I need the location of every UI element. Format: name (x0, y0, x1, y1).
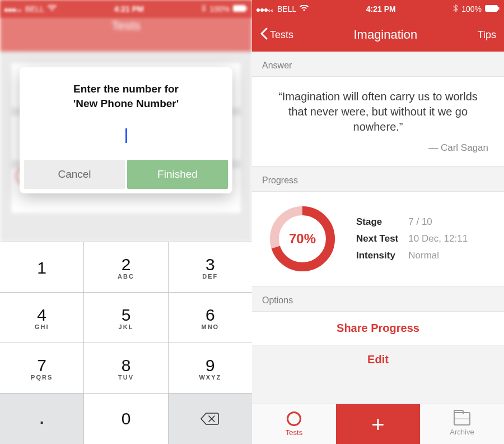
keypad-num: 3 (206, 255, 215, 274)
keypad-7[interactable]: 7 PQRS (0, 343, 84, 394)
tab-tests[interactable]: Tests (252, 404, 336, 444)
status-left: BELL (256, 4, 309, 13)
nav-bar: Tests Imagination Tips (252, 18, 504, 52)
intensity-value: Normal (408, 250, 468, 261)
status-bar: BELL 4:21 PM 100% (252, 0, 504, 18)
tab-label: Tests (286, 428, 302, 437)
progress-percent: 70% (268, 204, 337, 274)
status-time: 4:21 PM (366, 4, 396, 13)
keypad-num: 8 (122, 356, 131, 375)
keypad-6[interactable]: 6 MNO (169, 293, 252, 343)
progress-card: 70% Stage 7 / 10 Next Test 10 Dec, 12:11… (252, 191, 504, 286)
keypad-num: 1 (37, 258, 46, 278)
enter-number-modal: Enter the number for 'New Phone Number' … (20, 67, 232, 193)
battery-icon (485, 4, 500, 13)
keypad-num: 0 (122, 409, 131, 428)
keypad-num: 6 (206, 306, 215, 325)
modal-buttons: Cancel Finished (20, 155, 232, 193)
bluetooth-icon (201, 4, 206, 14)
keypad-num: 5 (122, 306, 131, 325)
status-time: 4:21 PM (114, 4, 144, 13)
wifi-icon (48, 4, 57, 13)
options-header: Options (252, 286, 504, 311)
numeric-keypad: 1 2 ABC 3 DEF 4 GHI 5 JKL 6 MNO (0, 242, 252, 444)
stage-value: 7 / 10 (408, 216, 468, 228)
tab-add[interactable]: + (336, 404, 420, 444)
phone-right: BELL 4:21 PM 100% Tests Imagination Tips (252, 0, 504, 444)
modal-overlay: Enter the number for 'New Phone Number' … (0, 67, 252, 193)
signal-dots-icon (4, 4, 22, 13)
intensity-label: Intensity (356, 250, 398, 261)
modal-title: Enter the number for 'New Phone Number' (20, 82, 232, 127)
status-right: 100% (453, 4, 500, 14)
nexttest-value: 10 Dec, 12:11 (408, 233, 468, 244)
battery-percent: 100% (209, 4, 230, 13)
backspace-icon (200, 412, 220, 425)
keypad-num: 7 (37, 356, 46, 375)
keypad-num: 4 (37, 306, 46, 325)
keypad-letters: PQRS (31, 374, 53, 381)
share-progress-button[interactable]: Share Progress (252, 311, 504, 345)
plus-icon: + (371, 413, 384, 436)
keypad-4[interactable]: 4 GHI (0, 293, 84, 343)
status-right: 100% (201, 4, 248, 14)
battery-percent: 100% (461, 4, 482, 13)
keypad-letters: TUV (118, 374, 134, 381)
folder-icon (454, 412, 470, 425)
keypad-letters: GHI (35, 323, 49, 330)
edit-button-peek[interactable]: Edit (252, 345, 504, 366)
cancel-button[interactable]: Cancel (24, 160, 125, 189)
progress-details: Stage 7 / 10 Next Test 10 Dec, 12:11 Int… (356, 216, 468, 261)
phone-left: Tests BELL 4:21 PM 100% (0, 0, 252, 444)
quote-author: — Carl Sagan (268, 142, 488, 154)
tab-bar: Tests + Archive (252, 404, 504, 444)
keypad-letters: WXYZ (199, 374, 221, 381)
page-title: Imagination (353, 27, 417, 42)
keypad-3[interactable]: 3 DEF (169, 242, 252, 293)
carrier-label: BELL (277, 4, 296, 13)
keypad-letters: DEF (202, 273, 218, 280)
keypad-0[interactable]: 0 (84, 394, 168, 444)
back-button[interactable]: Tests (260, 27, 293, 43)
signal-dots-icon (256, 4, 274, 13)
svg-rect-2 (485, 6, 497, 12)
keypad-1[interactable]: 1 (0, 242, 84, 293)
nexttest-label: Next Test (356, 233, 398, 244)
finished-button[interactable]: Finished (127, 160, 228, 189)
modal-input[interactable] (20, 127, 232, 144)
status-bar: BELL 4:21 PM 100% (0, 0, 252, 18)
keypad-letters: MNO (201, 323, 219, 330)
answer-header: Answer (252, 52, 504, 76)
status-left: BELL (4, 4, 57, 13)
svg-rect-3 (498, 7, 499, 10)
keypad-num: 9 (206, 356, 215, 375)
keypad-8[interactable]: 8 TUV (84, 343, 168, 394)
chevron-left-icon (260, 27, 268, 43)
answer-card: “Imagination will often carry us to worl… (252, 76, 504, 166)
tips-button[interactable]: Tips (478, 29, 496, 41)
tab-label: Archive (450, 428, 474, 436)
text-caret-icon (125, 128, 127, 143)
keypad-5[interactable]: 5 JKL (84, 293, 168, 343)
tab-archive[interactable]: Archive (420, 404, 504, 444)
ring-icon (287, 411, 301, 426)
keypad-2[interactable]: 2 ABC (84, 242, 168, 293)
keypad-letters: ABC (118, 273, 134, 280)
keypad-period[interactable]: . (0, 394, 84, 444)
battery-icon (233, 4, 248, 13)
progress-header: Progress (252, 166, 504, 191)
carrier-label: BELL (25, 4, 44, 13)
svg-rect-0 (233, 6, 245, 12)
keypad-9[interactable]: 9 WXYZ (169, 343, 252, 394)
bluetooth-icon (453, 4, 458, 14)
keypad-backspace[interactable] (169, 394, 252, 444)
content-scroll[interactable]: Answer “Imagination will often carry us … (252, 52, 504, 404)
keypad-letters: JKL (119, 323, 134, 330)
keypad-num: . (40, 411, 44, 427)
keypad-num: 2 (122, 255, 131, 274)
wifi-icon (300, 4, 309, 13)
stage-label: Stage (356, 216, 398, 228)
progress-donut: 70% (268, 204, 337, 274)
quote-text: “Imagination will often carry us to worl… (268, 89, 488, 135)
back-label: Tests (270, 29, 293, 41)
